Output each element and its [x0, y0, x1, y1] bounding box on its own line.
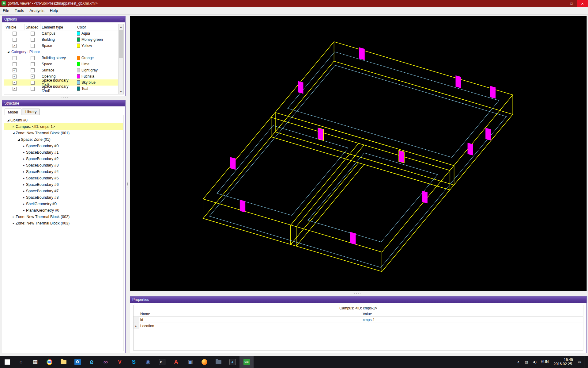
color-swatch[interactable] [77, 62, 80, 66]
expand-icon[interactable]: ▸ [22, 183, 26, 186]
firefox-browser[interactable] [197, 356, 211, 368]
documents-folder[interactable] [211, 356, 225, 368]
color-swatch[interactable] [77, 68, 80, 72]
tree-item[interactable]: ▸SpaceBoundary #7 [4, 188, 123, 194]
visible-checkbox[interactable]: ✓ [13, 44, 17, 48]
color-swatch[interactable] [77, 31, 80, 36]
menu-tools[interactable]: Tools [12, 7, 27, 14]
expand-icon[interactable]: ▸ [22, 144, 26, 148]
hidden-icons-chevron[interactable]: ∧ [514, 360, 522, 364]
color-swatch[interactable] [77, 44, 80, 48]
shaded-checkbox[interactable] [31, 87, 35, 91]
tree-item[interactable]: ▸ShellGeometry #0 [4, 201, 123, 207]
expand-icon[interactable]: ▸ [11, 222, 16, 225]
tree-item[interactable]: ▸SpaceBoundary #2 [4, 155, 123, 162]
command-prompt[interactable]: >_ [155, 356, 169, 368]
visible-checkbox[interactable]: ✓ [13, 87, 17, 91]
tree-item[interactable]: ▸PlanarGeometry #0 [4, 207, 123, 213]
expand-icon[interactable]: ▸ [22, 202, 26, 205]
steam[interactable]: ◉ [141, 356, 155, 368]
expand-icon[interactable]: ▸ [22, 190, 26, 193]
color-swatch[interactable] [77, 80, 80, 85]
shaded-checkbox[interactable] [31, 32, 35, 36]
shaded-checkbox[interactable] [31, 44, 35, 48]
tree-item[interactable]: ▸SpaceBoundary #4 [4, 168, 123, 175]
action-center-icon[interactable]: ▭ [575, 360, 583, 364]
visible-checkbox[interactable] [13, 56, 17, 60]
shaded-checkbox[interactable] [31, 56, 35, 60]
tree-item[interactable]: ▸SpaceBoundary #8 [4, 194, 123, 201]
scrollbar-thumb[interactable] [119, 30, 123, 58]
show-desktop-button[interactable] [585, 356, 587, 368]
skype[interactable]: S [127, 356, 141, 368]
shaded-checkbox[interactable] [31, 38, 35, 42]
start-button[interactable] [0, 356, 14, 368]
edge-browser[interactable]: e [85, 356, 99, 368]
search-button[interactable]: ○ [14, 356, 28, 368]
acrobat-reader[interactable]: A [169, 356, 183, 368]
expand-icon[interactable]: ▸ [134, 323, 139, 329]
expand-icon[interactable]: ▸ [22, 164, 26, 167]
close-button[interactable]: × [577, 0, 588, 7]
options-scrollbar[interactable]: ▲ ▼ [118, 24, 123, 94]
expand-icon[interactable]: ▸ [11, 125, 16, 128]
tree-item[interactable]: ▸SpaceBoundary #5 [4, 175, 123, 181]
display-icon[interactable]: ▤ [522, 360, 530, 364]
menu-file[interactable]: File [0, 7, 12, 14]
gbxml-viewer[interactable]: GB [239, 356, 254, 368]
structure-panel-header[interactable]: Structure [2, 100, 125, 106]
tab-model[interactable]: Model [5, 109, 21, 115]
tree-item[interactable]: ▸Zone: New Thermal Block (002) [4, 213, 123, 220]
color-swatch[interactable] [77, 74, 80, 79]
property-row[interactable]: ▸Location [134, 323, 583, 329]
menu-analysis[interactable]: Analysis [27, 7, 47, 14]
scroll-up-icon[interactable]: ▲ [119, 24, 123, 29]
viewport-3d[interactable] [130, 16, 587, 291]
tab-library[interactable]: Library [22, 109, 40, 115]
visual-studio[interactable]: ∞ [99, 356, 113, 368]
visible-checkbox[interactable]: ✓ [13, 75, 17, 79]
keyboard-layout[interactable]: HUN [538, 360, 551, 364]
vivaldi-browser[interactable]: V [113, 356, 127, 368]
property-row[interactable]: idcmps-1 [134, 317, 583, 323]
outlook-mail[interactable]: O [70, 356, 85, 368]
collapse-icon[interactable]: ◢ [11, 132, 16, 135]
total-commander[interactable]: ▣ [183, 356, 197, 368]
shaded-checkbox[interactable] [31, 62, 35, 66]
photos-app[interactable]: ▲ [225, 356, 239, 368]
options-structure-splitter[interactable] [2, 96, 126, 99]
shaded-checkbox[interactable] [31, 68, 35, 72]
chrome-browser[interactable] [42, 356, 56, 368]
tree-item[interactable]: ◢Space: Zone (01) [4, 136, 123, 143]
tree-item[interactable]: ▸SpaceBoundary #0 [4, 143, 123, 149]
expand-icon[interactable]: ▸ [22, 209, 26, 212]
options-category-row[interactable]: ◢Category : Planar [4, 49, 118, 55]
tree-item[interactable]: ▸SpaceBoundary #1 [4, 149, 123, 155]
expand-icon[interactable]: ▸ [22, 157, 26, 160]
menu-help[interactable]: Help [47, 7, 61, 14]
expand-icon[interactable]: ▸ [22, 196, 26, 199]
visible-checkbox[interactable]: ✓ [13, 81, 17, 85]
shaded-checkbox[interactable] [31, 81, 35, 85]
expand-icon[interactable]: ▸ [11, 215, 16, 218]
tree-item[interactable]: ▸SpaceBoundary #6 [4, 181, 123, 188]
tree-item[interactable]: ◢GbXml #0 [4, 117, 123, 123]
titlebar[interactable]: gbXML viewer - <I:\Publik\tesztmappa\tes… [0, 0, 588, 7]
collapse-icon[interactable]: ◢ [6, 50, 10, 53]
left-main-splitter[interactable] [126, 16, 130, 353]
viewport-properties-splitter[interactable] [130, 292, 587, 296]
expand-icon[interactable]: ▸ [22, 170, 26, 173]
taskbar-clock[interactable]: 15:45 2016.02.25. [551, 358, 575, 366]
properties-panel-header[interactable]: Properties [130, 297, 586, 303]
tree-item[interactable]: ▸Campus: <ID: cmps-1> [4, 123, 123, 130]
shaded-checkbox[interactable]: ✓ [31, 75, 35, 79]
expand-icon[interactable]: ▸ [22, 151, 26, 154]
expand-icon[interactable]: ▸ [22, 177, 26, 180]
scroll-down-icon[interactable]: ▼ [119, 89, 123, 94]
options-panel-header[interactable]: Options — [2, 16, 125, 22]
collapse-icon[interactable]: ◢ [17, 138, 21, 141]
volume-icon[interactable]: ◄) [530, 360, 538, 364]
color-swatch[interactable] [77, 86, 80, 91]
visible-checkbox[interactable] [13, 32, 17, 36]
minimize-button[interactable]: — [555, 0, 566, 7]
